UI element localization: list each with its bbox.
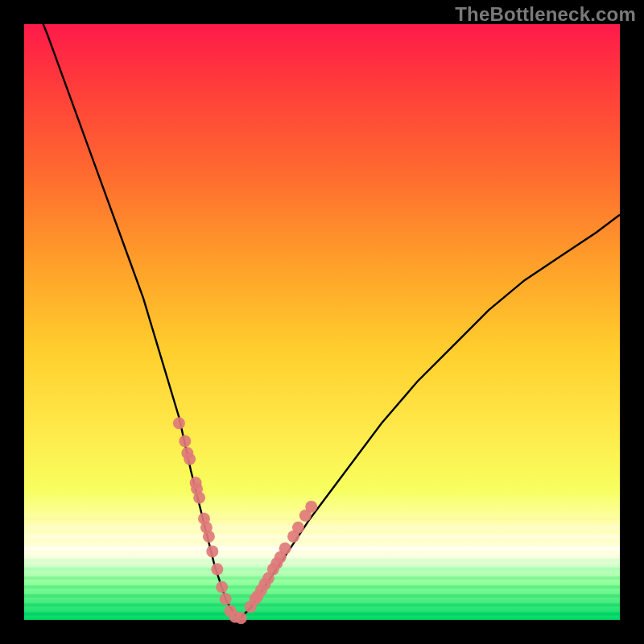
plot-area bbox=[24, 24, 620, 620]
scatter-dot bbox=[220, 593, 232, 605]
scatter-dot bbox=[211, 564, 223, 576]
gradient-strip bbox=[24, 576, 620, 580]
gradient-strip bbox=[24, 585, 620, 588]
scatter-dot bbox=[206, 545, 218, 557]
scatter-dot bbox=[173, 417, 185, 429]
scatter-dot bbox=[203, 530, 215, 543]
gradient-strip bbox=[24, 568, 620, 571]
gradient-strip bbox=[24, 594, 620, 597]
gradient-strips bbox=[24, 517, 620, 615]
watermark-text: TheBottleneck.com bbox=[455, 3, 636, 26]
scatter-dot bbox=[235, 612, 247, 624]
chart-svg bbox=[24, 24, 620, 620]
scatter-dot bbox=[179, 436, 191, 448]
chart-frame: TheBottleneck.com bbox=[0, 0, 644, 644]
scatter-dot bbox=[193, 492, 205, 504]
gradient-strip bbox=[24, 547, 620, 550]
gradient-strip bbox=[24, 559, 620, 562]
scatter-dot bbox=[305, 501, 317, 513]
gradient-strip bbox=[24, 526, 620, 529]
scatter-dot bbox=[216, 581, 228, 593]
gradient-strip bbox=[24, 613, 620, 616]
gradient-strip bbox=[24, 604, 620, 607]
gradient-strip bbox=[24, 517, 620, 520]
scatter-dot bbox=[279, 543, 291, 555]
scatter-dot bbox=[184, 453, 196, 465]
scatter-dots bbox=[173, 417, 317, 624]
scatter-dot bbox=[292, 522, 304, 534]
gradient-strip bbox=[24, 535, 620, 538]
